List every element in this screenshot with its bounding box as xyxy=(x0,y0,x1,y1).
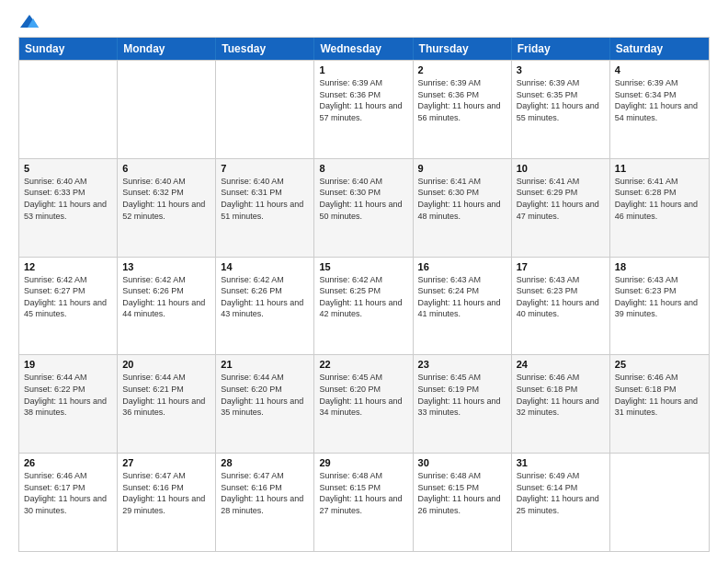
day-number: 7 xyxy=(221,163,309,174)
cell-info: Sunrise: 6:41 AMSunset: 6:28 PMDaylight:… xyxy=(615,176,704,222)
header-day-wednesday: Wednesday xyxy=(314,38,413,60)
day-number: 14 xyxy=(221,261,309,272)
calendar-cell: 21Sunrise: 6:44 AMSunset: 6:20 PMDayligh… xyxy=(216,355,314,453)
cell-info: Sunrise: 6:43 AMSunset: 6:23 PMDaylight:… xyxy=(517,274,605,320)
day-number: 22 xyxy=(319,359,407,370)
calendar-cell: 27Sunrise: 6:47 AMSunset: 6:16 PMDayligh… xyxy=(118,454,216,551)
day-number: 28 xyxy=(221,457,309,468)
cell-info: Sunrise: 6:48 AMSunset: 6:15 PMDaylight:… xyxy=(319,470,407,516)
day-number: 20 xyxy=(122,359,210,370)
day-number: 26 xyxy=(24,457,112,468)
cell-info: Sunrise: 6:39 AMSunset: 6:36 PMDaylight:… xyxy=(319,77,407,123)
day-number: 13 xyxy=(122,261,210,272)
cell-info: Sunrise: 6:47 AMSunset: 6:16 PMDaylight:… xyxy=(122,470,210,516)
day-number: 5 xyxy=(24,163,112,174)
header-day-friday: Friday xyxy=(512,38,610,60)
calendar-cell: 3Sunrise: 6:39 AMSunset: 6:35 PMDaylight… xyxy=(512,61,610,158)
day-number: 8 xyxy=(319,163,407,174)
cell-info: Sunrise: 6:44 AMSunset: 6:22 PMDaylight:… xyxy=(24,372,112,418)
day-number: 11 xyxy=(615,163,704,174)
calendar-header: SundayMondayTuesdayWednesdayThursdayFrid… xyxy=(19,38,709,60)
calendar-cell xyxy=(216,61,314,158)
day-number: 3 xyxy=(517,64,605,75)
header-day-monday: Monday xyxy=(118,38,216,60)
cell-info: Sunrise: 6:48 AMSunset: 6:15 PMDaylight:… xyxy=(418,470,506,516)
calendar: SundayMondayTuesdayWednesdayThursdayFrid… xyxy=(18,37,710,552)
day-number: 23 xyxy=(418,359,506,370)
day-number: 29 xyxy=(319,457,407,468)
cell-info: Sunrise: 6:39 AMSunset: 6:35 PMDaylight:… xyxy=(517,77,605,123)
calendar-row-2: 5Sunrise: 6:40 AMSunset: 6:33 PMDaylight… xyxy=(19,158,709,257)
day-number: 30 xyxy=(418,457,506,468)
cell-info: Sunrise: 6:42 AMSunset: 6:26 PMDaylight:… xyxy=(221,274,309,320)
calendar-cell: 2Sunrise: 6:39 AMSunset: 6:36 PMDaylight… xyxy=(414,61,512,158)
calendar-cell: 17Sunrise: 6:43 AMSunset: 6:23 PMDayligh… xyxy=(512,258,610,355)
logo-icon xyxy=(20,15,39,28)
cell-info: Sunrise: 6:40 AMSunset: 6:33 PMDaylight:… xyxy=(24,176,112,222)
calendar-cell: 30Sunrise: 6:48 AMSunset: 6:15 PMDayligh… xyxy=(414,454,512,551)
cell-info: Sunrise: 6:43 AMSunset: 6:24 PMDaylight:… xyxy=(418,274,506,320)
calendar-cell: 5Sunrise: 6:40 AMSunset: 6:33 PMDaylight… xyxy=(19,159,118,257)
day-number: 9 xyxy=(418,163,506,174)
calendar-row-3: 12Sunrise: 6:42 AMSunset: 6:27 PMDayligh… xyxy=(19,257,709,355)
calendar-cell: 10Sunrise: 6:41 AMSunset: 6:29 PMDayligh… xyxy=(512,159,610,257)
calendar-row-1: 1Sunrise: 6:39 AMSunset: 6:36 PMDaylight… xyxy=(19,60,709,158)
logo xyxy=(18,15,39,28)
cell-info: Sunrise: 6:47 AMSunset: 6:16 PMDaylight:… xyxy=(221,470,309,516)
day-number: 4 xyxy=(615,64,704,75)
day-number: 16 xyxy=(418,261,506,272)
calendar-cell: 29Sunrise: 6:48 AMSunset: 6:15 PMDayligh… xyxy=(314,454,413,551)
cell-info: Sunrise: 6:49 AMSunset: 6:14 PMDaylight:… xyxy=(517,470,605,516)
calendar-cell: 14Sunrise: 6:42 AMSunset: 6:26 PMDayligh… xyxy=(216,258,314,355)
calendar-cell: 22Sunrise: 6:45 AMSunset: 6:20 PMDayligh… xyxy=(314,355,413,453)
calendar-cell xyxy=(118,61,216,158)
cell-info: Sunrise: 6:40 AMSunset: 6:31 PMDaylight:… xyxy=(221,176,309,222)
header-day-tuesday: Tuesday xyxy=(216,38,314,60)
day-number: 12 xyxy=(24,261,112,272)
calendar-cell: 25Sunrise: 6:46 AMSunset: 6:18 PMDayligh… xyxy=(610,355,709,453)
calendar-cell: 9Sunrise: 6:41 AMSunset: 6:30 PMDaylight… xyxy=(414,159,512,257)
cell-info: Sunrise: 6:46 AMSunset: 6:18 PMDaylight:… xyxy=(517,372,605,418)
day-number: 2 xyxy=(418,64,506,75)
day-number: 19 xyxy=(24,359,112,370)
day-number: 24 xyxy=(517,359,605,370)
cell-info: Sunrise: 6:39 AMSunset: 6:36 PMDaylight:… xyxy=(418,77,506,123)
calendar-cell xyxy=(610,454,709,551)
day-number: 15 xyxy=(319,261,407,272)
calendar-cell: 24Sunrise: 6:46 AMSunset: 6:18 PMDayligh… xyxy=(512,355,610,453)
cell-info: Sunrise: 6:44 AMSunset: 6:20 PMDaylight:… xyxy=(221,372,309,418)
cell-info: Sunrise: 6:45 AMSunset: 6:20 PMDaylight:… xyxy=(319,372,407,418)
day-number: 10 xyxy=(517,163,605,174)
cell-info: Sunrise: 6:40 AMSunset: 6:30 PMDaylight:… xyxy=(319,176,407,222)
cell-info: Sunrise: 6:41 AMSunset: 6:29 PMDaylight:… xyxy=(517,176,605,222)
cell-info: Sunrise: 6:42 AMSunset: 6:25 PMDaylight:… xyxy=(319,274,407,320)
calendar-cell xyxy=(19,61,118,158)
cell-info: Sunrise: 6:40 AMSunset: 6:32 PMDaylight:… xyxy=(122,176,210,222)
cell-info: Sunrise: 6:45 AMSunset: 6:19 PMDaylight:… xyxy=(418,372,506,418)
calendar-cell: 6Sunrise: 6:40 AMSunset: 6:32 PMDaylight… xyxy=(118,159,216,257)
calendar-cell: 11Sunrise: 6:41 AMSunset: 6:28 PMDayligh… xyxy=(610,159,709,257)
header xyxy=(18,15,710,28)
calendar-cell: 15Sunrise: 6:42 AMSunset: 6:25 PMDayligh… xyxy=(314,258,413,355)
calendar-cell: 28Sunrise: 6:47 AMSunset: 6:16 PMDayligh… xyxy=(216,454,314,551)
calendar-cell: 31Sunrise: 6:49 AMSunset: 6:14 PMDayligh… xyxy=(512,454,610,551)
calendar-cell: 13Sunrise: 6:42 AMSunset: 6:26 PMDayligh… xyxy=(118,258,216,355)
header-day-saturday: Saturday xyxy=(610,38,709,60)
day-number: 31 xyxy=(517,457,605,468)
calendar-cell: 23Sunrise: 6:45 AMSunset: 6:19 PMDayligh… xyxy=(414,355,512,453)
cell-info: Sunrise: 6:39 AMSunset: 6:34 PMDaylight:… xyxy=(615,77,704,123)
calendar-cell: 1Sunrise: 6:39 AMSunset: 6:36 PMDaylight… xyxy=(314,61,413,158)
day-number: 1 xyxy=(319,64,407,75)
header-day-sunday: Sunday xyxy=(19,38,118,60)
page: SundayMondayTuesdayWednesdayThursdayFrid… xyxy=(0,0,728,563)
cell-info: Sunrise: 6:44 AMSunset: 6:21 PMDaylight:… xyxy=(122,372,210,418)
cell-info: Sunrise: 6:41 AMSunset: 6:30 PMDaylight:… xyxy=(418,176,506,222)
calendar-cell: 12Sunrise: 6:42 AMSunset: 6:27 PMDayligh… xyxy=(19,258,118,355)
cell-info: Sunrise: 6:43 AMSunset: 6:23 PMDaylight:… xyxy=(615,274,704,320)
day-number: 25 xyxy=(615,359,704,370)
day-number: 27 xyxy=(122,457,210,468)
calendar-cell: 26Sunrise: 6:46 AMSunset: 6:17 PMDayligh… xyxy=(19,454,118,551)
calendar-cell: 19Sunrise: 6:44 AMSunset: 6:22 PMDayligh… xyxy=(19,355,118,453)
calendar-cell: 20Sunrise: 6:44 AMSunset: 6:21 PMDayligh… xyxy=(118,355,216,453)
calendar-row-5: 26Sunrise: 6:46 AMSunset: 6:17 PMDayligh… xyxy=(19,453,709,551)
